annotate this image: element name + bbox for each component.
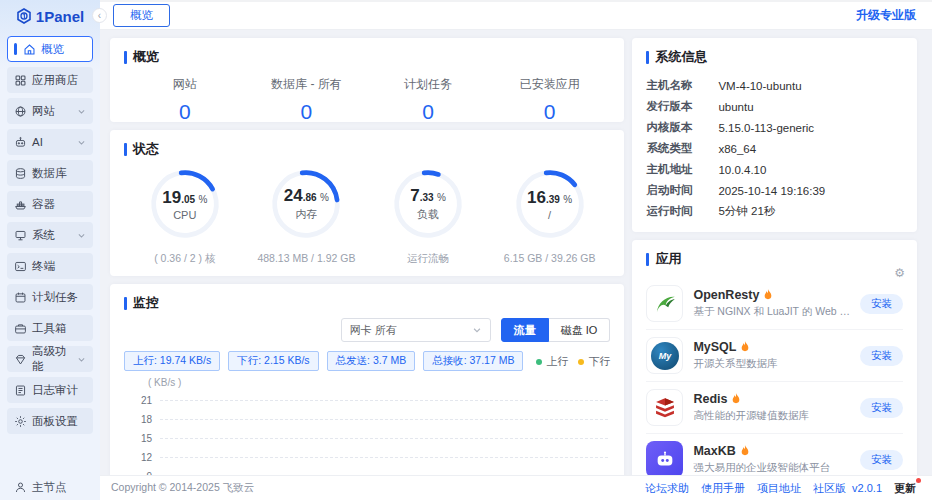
overview-title: 概览 (124, 48, 610, 66)
website-icon (14, 105, 27, 118)
overview-stats: 网站 0 数据库 - 所有 0 计划任务 0 已安装应用 0 (124, 76, 610, 124)
chevron-down-icon (77, 355, 86, 364)
brand-logo[interactable]: 1Panel (0, 0, 100, 32)
user-manual-link[interactable]: 使用手册 (701, 481, 745, 496)
chevron-down-icon (77, 231, 86, 240)
sidebar-item-database[interactable]: 数据库 (7, 160, 93, 186)
legend-up[interactable]: 上行 (536, 354, 568, 369)
sidebar-item-ai[interactable]: AI (7, 129, 93, 155)
chevron-down-icon (77, 138, 86, 147)
traffic-tab-button[interactable]: 流量 (501, 318, 549, 342)
upgrade-pro-link[interactable]: 升级专业版 (856, 7, 916, 24)
hot-flame-icon (740, 341, 750, 353)
1panel-dashboard: 1Panel 概览 应用商店 网站 AI 数据库 (0, 0, 932, 500)
sidebar-item-overview[interactable]: 概览 (7, 36, 93, 62)
downlink-tag: 下行: 2.15 KB/s (228, 351, 318, 371)
sidebar-item-terminal[interactable]: 终端 (7, 253, 93, 279)
stat-value[interactable]: 0 (246, 100, 368, 124)
sidebar-item-label: 系统 (32, 228, 55, 243)
terminal-icon (14, 260, 27, 273)
sidebar-item-label: 日志审计 (32, 383, 78, 398)
sidebar-item-container[interactable]: 容器 (7, 191, 93, 217)
gauge-memory: 24.86 % 内存 488.13 MB / 1.92 GB (246, 166, 368, 266)
legend-down[interactable]: 下行 (578, 354, 610, 369)
gauge-sub: 运行流畅 (407, 252, 449, 266)
install-button[interactable]: 安装 (860, 450, 903, 470)
overview-card: 概览 网站 0 数据库 - 所有 0 计划任务 0 已安装应 (110, 38, 624, 122)
sidebar-item-label: 高级功能 (32, 344, 72, 374)
appstore-icon (14, 74, 27, 87)
sidebar-item-website[interactable]: 网站 (7, 98, 93, 124)
sidebar-item-cronjob[interactable]: 计划任务 (7, 284, 93, 310)
sidebar-item-toolbox[interactable]: 工具箱 (7, 315, 93, 341)
tab-overview[interactable]: 概览 (113, 4, 170, 27)
sidebar-item-advanced[interactable]: 高级功能 (7, 346, 93, 372)
install-button[interactable]: 安装 (860, 346, 903, 366)
gauge-load: 7.33 % 负载 运行流畅 (367, 166, 489, 266)
apps-settings-gear-icon[interactable]: ⚙ (894, 266, 905, 280)
sidebar-item-label: 概览 (41, 42, 64, 57)
footer: Copyright © 2014-2025 飞致云 论坛求助 使用手册 项目地址… (100, 475, 932, 500)
mysql-icon: My (646, 337, 683, 374)
sidebar: 1Panel 概览 应用商店 网站 AI 数据库 (0, 0, 100, 500)
update-notification-dot (916, 478, 921, 483)
project-repo-link[interactable]: 项目地址 (757, 481, 801, 496)
monitor-title: 监控 (124, 294, 610, 312)
brand-logo-icon (16, 8, 32, 24)
topbar: 概览 升级专业版 (100, 0, 932, 30)
status-card: 状态 19.05 % CPU ( 0.36 / 2 ) 核 (110, 130, 624, 276)
install-button[interactable]: 安装 (860, 398, 903, 418)
database-icon (14, 167, 27, 180)
stat-cronjobs: 计划任务 0 (367, 76, 489, 124)
system-info-title: 系统信息 (646, 48, 903, 66)
master-node-label: 主节点 (32, 480, 67, 495)
sidebar-item-label: AI (32, 136, 43, 148)
sidebar-item-label: 计划任务 (32, 290, 78, 305)
update-link[interactable]: 更新 (894, 482, 916, 494)
gauge-disk-root: 16.39 % / 6.15 GB / 39.26 GB (489, 166, 611, 266)
forum-help-link[interactable]: 论坛求助 (645, 481, 689, 496)
app-row-maxkb[interactable]: MaxKB 强大易用的企业级智能体平台 安装 (646, 434, 903, 475)
sidebar-collapse-button[interactable]: ‹ (92, 8, 107, 23)
redis-icon (646, 389, 683, 426)
stat-value[interactable]: 0 (367, 100, 489, 124)
sysinfo-row-uptime: 运行时间5分钟 21秒 (646, 201, 903, 222)
nic-select[interactable]: 网卡 所有 (341, 318, 491, 342)
gear-icon (14, 415, 27, 428)
apps-title: 应用 (646, 250, 903, 268)
sidebar-item-label: 数据库 (32, 166, 67, 181)
app-row-redis[interactable]: Redis 高性能的开源键值数据库 安装 (646, 382, 903, 434)
community-edition-link[interactable]: 社区版 (813, 481, 846, 496)
user-icon (14, 481, 27, 494)
sidebar-item-settings[interactable]: 面板设置 (7, 408, 93, 434)
app-row-openresty[interactable]: OpenResty 基于 NGINX 和 LuaJIT 的 Web 平台 安装 (646, 278, 903, 330)
version-label: v2.0.1 (852, 482, 882, 494)
app-row-mysql[interactable]: My MySQL 开源关系型数据库 安装 (646, 330, 903, 382)
disk-io-tab-button[interactable]: 磁盘 IO (549, 318, 611, 342)
chart-ylabel: ( KB/s ) (148, 377, 181, 388)
stat-value[interactable]: 0 (124, 100, 246, 124)
master-node-button[interactable]: 主节点 (0, 474, 100, 500)
hot-flame-icon (731, 393, 741, 405)
calendar-icon (14, 291, 27, 304)
sidebar-item-label: 工具箱 (32, 321, 67, 336)
chart-legend: 上行 下行 (536, 354, 610, 369)
sidebar-item-system[interactable]: 系统 (7, 222, 93, 248)
sysinfo-row-arch: 系统类型x86_64 (646, 138, 903, 159)
sidebar-item-label: 网站 (32, 104, 55, 119)
log-document-icon (14, 384, 27, 397)
sidebar-item-appstore[interactable]: 应用商店 (7, 67, 93, 93)
stat-value[interactable]: 0 (489, 100, 611, 124)
gem-icon (14, 353, 27, 366)
install-button[interactable]: 安装 (860, 294, 903, 314)
stat-label: 计划任务 (367, 76, 489, 93)
brand-name: 1Panel (36, 8, 84, 25)
stat-installed-apps: 已安装应用 0 (489, 76, 611, 124)
status-title: 状态 (124, 140, 610, 158)
stat-websites: 网站 0 (124, 76, 246, 124)
nic-select-value: 网卡 所有 (350, 323, 397, 338)
sidebar-item-logs[interactable]: 日志审计 (7, 377, 93, 403)
chevron-down-icon (472, 325, 482, 335)
hot-flame-icon (763, 289, 773, 301)
openresty-icon (646, 285, 683, 322)
